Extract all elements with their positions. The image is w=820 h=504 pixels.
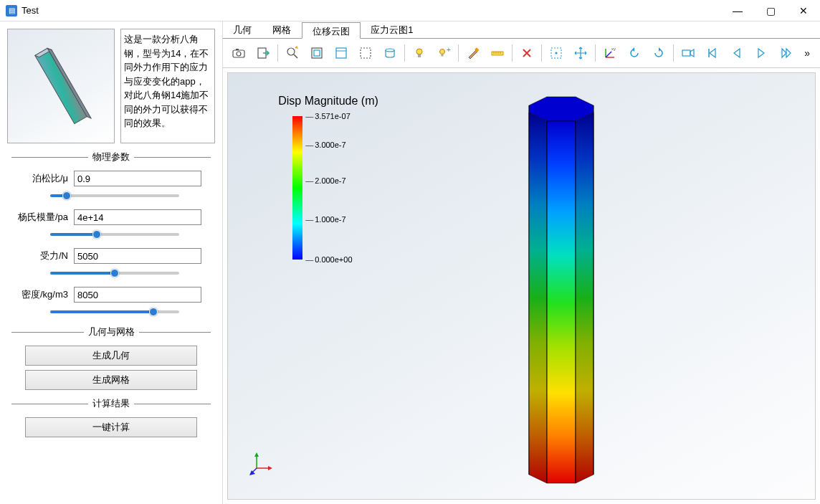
param-force: 受力/N bbox=[7, 248, 215, 277]
select-icon[interactable] bbox=[545, 42, 568, 65]
svg-text:+: + bbox=[447, 46, 451, 54]
generate-geometry-button[interactable]: 生成几何 bbox=[25, 346, 197, 366]
light-add-icon[interactable]: + bbox=[432, 42, 455, 65]
sidebar: 这是一款分析八角钢，型号为14，在不同外力作用下的应力与应变变化的app，对此八… bbox=[0, 22, 223, 504]
param-label: 杨氏模量/pa bbox=[7, 211, 68, 224]
colorbar-tick: 3.000e-7 bbox=[305, 141, 345, 149]
poisson-slider[interactable] bbox=[50, 194, 179, 197]
section-head-params: 物理参数 bbox=[7, 151, 215, 163]
svg-point-22 bbox=[556, 52, 558, 54]
move-icon[interactable] bbox=[569, 42, 592, 65]
svg-marker-31 bbox=[529, 113, 547, 483]
force-slider[interactable] bbox=[50, 272, 179, 275]
svg-marker-42 bbox=[268, 466, 272, 470]
camera-icon[interactable] bbox=[227, 42, 250, 65]
svg-marker-32 bbox=[547, 121, 576, 483]
svg-rect-0 bbox=[35, 48, 87, 123]
skip-back-icon[interactable] bbox=[701, 42, 724, 65]
model-preview bbox=[7, 29, 115, 143]
colorbar-tick: 0.000e+00 bbox=[305, 255, 352, 264]
tab-geometry[interactable]: 几何 bbox=[223, 22, 262, 38]
svg-rect-11 bbox=[336, 48, 346, 58]
axis-triad-icon bbox=[249, 451, 274, 477]
zoom-icon[interactable] bbox=[281, 42, 304, 65]
colorbar-tick: 3.571e-07 bbox=[305, 112, 351, 120]
workspace: 几何 网格 位移云图 应力云图1 + xy bbox=[223, 22, 820, 504]
svg-rect-20 bbox=[492, 52, 503, 55]
svg-line-25 bbox=[606, 52, 611, 57]
tabs: 几何 网格 位移云图 应力云图1 bbox=[223, 22, 820, 39]
section-head-geom: 几何与网格 bbox=[7, 325, 215, 338]
axes-icon[interactable]: xy bbox=[599, 42, 621, 65]
young-slider[interactable] bbox=[50, 233, 179, 236]
svg-point-16 bbox=[440, 49, 445, 54]
toolbar-overflow[interactable]: » bbox=[798, 47, 816, 59]
viewport-title: Disp Magnitude (m) bbox=[278, 95, 378, 108]
svg-rect-10 bbox=[314, 50, 320, 56]
svg-rect-5 bbox=[236, 49, 239, 50]
section-head-result: 计算结果 bbox=[7, 397, 215, 410]
svg-marker-33 bbox=[576, 113, 593, 483]
svg-marker-40 bbox=[254, 452, 259, 457]
generate-mesh-button[interactable]: 生成网格 bbox=[25, 370, 197, 390]
young-input[interactable] bbox=[74, 209, 201, 225]
svg-point-13 bbox=[386, 49, 394, 52]
svg-rect-15 bbox=[418, 54, 421, 57]
rotate-ccw-icon[interactable] bbox=[623, 42, 646, 65]
svg-line-8 bbox=[294, 54, 297, 58]
play-back-icon[interactable] bbox=[725, 42, 748, 65]
description-box: 这是一款分析八角钢，型号为14，在不同外力作用下的应力与应变变化的app，对此八… bbox=[120, 29, 215, 143]
viewport[interactable]: Disp Magnitude (m) 3.571e-073.000e-72.00… bbox=[227, 72, 816, 500]
toolbar: + xy » bbox=[223, 39, 820, 68]
tab-mesh[interactable]: 网格 bbox=[262, 22, 302, 38]
tab-stress[interactable]: 应力云图1 bbox=[361, 22, 424, 38]
svg-text:xy: xy bbox=[611, 47, 616, 51]
delete-icon[interactable] bbox=[515, 42, 538, 65]
colorbar-gradient bbox=[292, 116, 302, 260]
svg-point-4 bbox=[237, 52, 241, 56]
brush-icon[interactable] bbox=[462, 42, 485, 65]
svg-point-7 bbox=[287, 48, 295, 55]
titlebar: ▤ Test — ▢ ✕ bbox=[0, 0, 820, 22]
colorbar-tick: 2.000e-7 bbox=[305, 176, 345, 185]
force-input[interactable] bbox=[74, 248, 201, 264]
param-label: 受力/N bbox=[7, 249, 68, 262]
param-label: 密度/kg/m3 bbox=[7, 288, 68, 301]
minimize-button[interactable]: — bbox=[721, 0, 754, 22]
play-icon[interactable] bbox=[750, 42, 773, 65]
svg-point-14 bbox=[416, 49, 422, 54]
fit-window-icon[interactable] bbox=[330, 42, 353, 65]
wireframe-icon[interactable] bbox=[378, 42, 401, 65]
density-input[interactable] bbox=[74, 287, 201, 303]
density-slider[interactable] bbox=[50, 310, 179, 313]
tab-displacement[interactable]: 位移云图 bbox=[302, 22, 361, 39]
param-density: 密度/kg/m3 bbox=[7, 287, 215, 315]
window-title: Test bbox=[22, 5, 721, 16]
camera-video-icon[interactable] bbox=[677, 42, 700, 65]
zoom-extents-icon[interactable] bbox=[305, 42, 328, 65]
colorbar: 3.571e-073.000e-72.000e-71.000e-70.000e+… bbox=[292, 116, 356, 260]
param-poisson: 泊松比/μ bbox=[7, 171, 215, 199]
ruler-icon[interactable] bbox=[486, 42, 509, 65]
param-young: 杨氏模量/pa bbox=[7, 209, 215, 238]
svg-rect-12 bbox=[361, 48, 371, 58]
light-icon[interactable] bbox=[408, 42, 431, 65]
select-box-icon[interactable] bbox=[354, 42, 377, 65]
model-column bbox=[507, 95, 601, 485]
poisson-input[interactable] bbox=[74, 171, 201, 186]
app-icon: ▤ bbox=[6, 5, 17, 16]
svg-rect-17 bbox=[442, 54, 444, 57]
window-controls: — ▢ ✕ bbox=[721, 0, 820, 22]
colorbar-tick: 1.000e-7 bbox=[305, 215, 345, 224]
colorbar-ticks: 3.571e-073.000e-72.000e-71.000e-70.000e+… bbox=[305, 116, 356, 260]
svg-rect-9 bbox=[312, 48, 322, 58]
svg-rect-27 bbox=[682, 50, 690, 56]
compute-button[interactable]: 一键计算 bbox=[25, 417, 197, 437]
skip-forward-icon[interactable] bbox=[774, 42, 797, 65]
export-icon[interactable] bbox=[252, 42, 275, 65]
param-label: 泊松比/μ bbox=[7, 172, 68, 185]
close-button[interactable]: ✕ bbox=[787, 0, 820, 22]
maximize-button[interactable]: ▢ bbox=[754, 0, 787, 22]
rotate-cw-icon[interactable] bbox=[647, 42, 670, 65]
